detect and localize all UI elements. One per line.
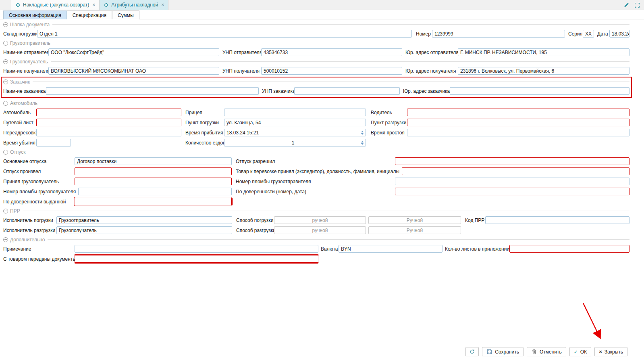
group-header-additional: Дополнительно: [3, 235, 629, 244]
car-label: Автомобиль: [3, 110, 36, 115]
collapse-icon[interactable]: [3, 237, 8, 242]
load-executor-input[interactable]: Грузоотправитель: [56, 216, 232, 224]
customer-address-input[interactable]: [450, 87, 629, 95]
maximize-icon[interactable]: [634, 2, 640, 8]
consignee-seal-label: Номер пломбы грузополучателя: [3, 189, 78, 195]
trips-count-input[interactable]: 1: [224, 139, 366, 146]
group-line: [28, 152, 629, 152]
number-input[interactable]: 1239999: [432, 30, 565, 38]
spinner-icon[interactable]: [359, 141, 364, 145]
consignee-address-input[interactable]: 231896 г. Волковыск, ул. Первомайская, 6: [458, 67, 629, 75]
release-allowed-input[interactable]: [395, 157, 629, 165]
close-icon[interactable]: ×: [161, 2, 164, 8]
poa-input[interactable]: [395, 188, 629, 195]
tab-main-info[interactable]: Основная информация: [3, 10, 67, 19]
idle-time-input[interactable]: [407, 129, 629, 136]
group-title: Шапка документа: [10, 22, 50, 27]
close-icon[interactable]: ×: [92, 2, 95, 8]
load-executor-label: Исполнитель погрузки: [3, 218, 56, 223]
forwarder-accepted-label: Товар к перевозке принял (экспедитор), д…: [236, 169, 402, 174]
additional-row-1: Примечание Валюта BYN Кол-во листов в пр…: [3, 244, 629, 254]
page-tab-bar: Основная информация Спецификация Суммы: [0, 10, 644, 19]
collapse-icon[interactable]: [3, 209, 8, 213]
departure-time-label: Время убытия: [3, 140, 36, 146]
release-row-1: Основание отпуска Договор поставки Отпус…: [3, 156, 629, 166]
arrival-time-input[interactable]: 18.03.24 15:21: [224, 129, 366, 136]
window-tab-label: Атрибуты накладной: [111, 2, 158, 8]
sheets-count-label: Кол-во листов в приложении: [445, 246, 509, 252]
save-button[interactable]: Сохранить: [482, 347, 524, 356]
poa-label: По доверенности (номер, дата): [236, 189, 395, 195]
vehicle-row-3: Переадресовка Время прибытия 18.03.24 15…: [3, 128, 629, 138]
group-line: [51, 61, 629, 62]
consignee-address-label: Юр. адрес получателя: [405, 68, 458, 74]
waybill-input[interactable]: [36, 119, 181, 126]
customer-unp-input[interactable]: [294, 87, 400, 95]
group-header-consignee: Грузополучатель: [3, 57, 629, 66]
series-input[interactable]: XX: [583, 30, 594, 38]
unload-point-input[interactable]: [407, 119, 629, 126]
trailer-input[interactable]: [224, 109, 366, 116]
window-tab-invoices[interactable]: Накладные (закупка-возврат) ×: [11, 0, 100, 10]
release-row-4: Номер пломбы грузополучателя По доверенн…: [3, 186, 629, 197]
car-input[interactable]: [36, 109, 181, 116]
forwarder-accepted-input[interactable]: [402, 167, 629, 175]
spinner-icon[interactable]: [359, 131, 364, 135]
prr-row-2: Исполнитель разгрузки Грузополучатель Сп…: [3, 225, 629, 235]
refresh-button[interactable]: [465, 347, 479, 356]
tab-specification[interactable]: Спецификация: [67, 10, 112, 19]
group-title: ПРР: [10, 208, 20, 214]
group-header-customer: Заказчик: [3, 77, 629, 86]
collapse-icon[interactable]: [3, 150, 8, 155]
ok-button[interactable]: ✓ ОК: [569, 347, 591, 356]
departure-time-input[interactable]: [36, 139, 71, 146]
poa-issued-input[interactable]: [75, 198, 232, 205]
prr-code-input[interactable]: [485, 216, 629, 224]
edit-pencil-icon[interactable]: [623, 2, 629, 8]
collapse-icon[interactable]: [3, 22, 8, 27]
release-basis-input[interactable]: Договор поставки: [75, 157, 232, 165]
consignee-name-input[interactable]: ВОЛКОВЫССКИЙ МЯСОКОМБИНАТ ОАО: [48, 67, 219, 75]
release-performed-input[interactable]: [75, 167, 232, 175]
consignor-name-input[interactable]: ООО "ЛюксСофтТрейд": [48, 48, 219, 56]
trips-count-value: 1: [292, 140, 295, 146]
load-point-input[interactable]: ул. Казинца, 54: [224, 119, 366, 126]
window-tab-attributes[interactable]: Атрибуты накладной ×: [100, 0, 168, 10]
note-input[interactable]: [75, 245, 318, 253]
release-row-3: Принял грузополучатель Номер пломбы груз…: [3, 176, 629, 186]
readdress-input[interactable]: [36, 129, 181, 136]
consignee-row: Наим-ие получателя ВОЛКОВЫССКИЙ МЯСОКОМБ…: [3, 66, 629, 76]
close-button[interactable]: × Закрыть: [594, 347, 627, 356]
consignor-unp-input[interactable]: 435346733: [261, 48, 402, 56]
warehouse-input[interactable]: Отдел 1: [37, 30, 412, 38]
docs-passed-input[interactable]: [75, 255, 318, 263]
currency-input[interactable]: BYN: [339, 245, 442, 253]
prr-row-1: Исполнитель погрузки Грузоотправитель Сп…: [3, 215, 629, 225]
consignee-seal-input[interactable]: [78, 188, 232, 195]
release-basis-label: Основание отпуска: [3, 159, 75, 164]
group-header-doc: Шапка документа: [3, 20, 629, 29]
cancel-button[interactable]: Отменить: [527, 347, 566, 356]
customer-name-input[interactable]: [46, 87, 259, 95]
customer-group-required: Заказчик Наим-ие заказчика УНП заказчика…: [1, 77, 632, 98]
collapse-icon[interactable]: [3, 101, 8, 106]
tab-sums[interactable]: Суммы: [112, 10, 139, 19]
group-title: Заказчик: [10, 79, 30, 85]
sheets-count-input[interactable]: [509, 245, 629, 253]
consignee-accepted-input[interactable]: [75, 178, 232, 185]
consignee-unp-input[interactable]: 500010152: [261, 67, 402, 75]
driver-input[interactable]: [407, 109, 629, 116]
collapse-icon[interactable]: [3, 41, 8, 46]
collapse-icon[interactable]: [3, 79, 8, 84]
group-line: [23, 211, 629, 211]
unload-executor-input[interactable]: Грузополучатель: [56, 226, 232, 234]
date-input[interactable]: 18.03.24: [609, 30, 629, 38]
consignor-address-input[interactable]: Г. МИНСК ПР. НЕЗАВИСИМОСТИ, 195: [458, 48, 629, 56]
collapse-icon[interactable]: [3, 59, 8, 64]
arrival-time-value: 18.03.24 15:21: [226, 130, 259, 136]
trips-count-label: Количество ездок: [185, 140, 224, 146]
customer-row: Наим-ие заказчика УНП заказчика Юр. адре…: [3, 86, 629, 96]
consignor-seal-input[interactable]: [395, 178, 629, 185]
release-row-5: По доверенности выданной: [3, 197, 629, 207]
group-header-consignor: Грузоотправитель: [3, 39, 629, 47]
